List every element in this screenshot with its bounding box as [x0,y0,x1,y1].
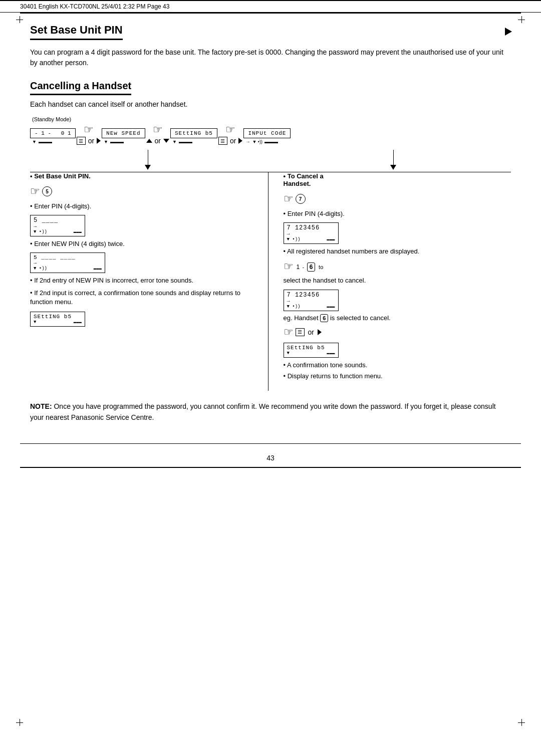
battery-icon-2: ▬▬▬ [110,139,124,144]
battery-icon-4: ▬▬▬ [264,139,278,144]
left-2nd-input-note: • If 2nd input is correct, a confirmatio… [30,289,258,307]
flow-top-row: - 1 - 0 1 ▼ ▬▬▬ ☞ ☰ or [30,123,511,145]
flow-box-1-sub: ▼ ▬▬▬ [30,139,54,145]
flow-step-4: INPUt COdE → ▼ •)) ▬▬▬ [243,128,291,145]
tri-right-2 [238,138,242,144]
display-returns-note: • Display returns to function menu. [284,372,511,381]
lcd-signal-1: ▼ •)) [34,229,47,234]
standby-label: (Standby Mode) [32,116,511,122]
lcd-battery-r3: ▬▬▬ [327,351,335,356]
crosshair-bl [16,719,23,726]
battery-icon-3: ▬▬▬ [179,139,192,144]
hand-key-7-row: ☞ 7 [284,192,511,205]
lcd-left-2-text: 5 ____ ____ [34,255,76,261]
lcd-right-3-line1: SEttING b5 [287,345,335,351]
left-down-arrow [145,150,151,170]
arrow-icon-4: → [245,139,250,144]
lcd-signal-3: ▼ [34,320,36,325]
set-base-unit-pin-title: Set Base Unit PIN [30,24,123,40]
flow-step-2: NEw SPEEd ▼ ▬▬▬ [102,128,145,145]
lcd-arrow-r1: → [287,231,290,237]
flow-or-block-2: or [146,137,169,145]
lcd-signal-r1: ▼ •)) [287,237,301,242]
left-col-title: • Set Base Unit PIN. [30,172,258,180]
bottom-divider [20,443,521,444]
lcd-left-1-line1: 5 ____ [34,217,82,224]
flow-box-2-sub: ▼ ▬▬▬ [102,139,126,145]
eg-handset-text: eg. Handset 6 is selected to cancel. [284,314,511,322]
menu-or-icon: ☰ [296,328,305,336]
cancelling-handset-desc: Each handset can cancel itself or anothe… [30,100,511,108]
lcd-left-3: SEttING b5 ▼ ▬▬▬ [30,312,85,327]
lcd-right-1-line2: → [287,231,335,237]
right-down-arrow [390,150,396,170]
lcd-left-1-icons: ▼ •)) ▬▬▬ [34,229,82,234]
lcd-left-3-text: SEttING b5 [34,314,72,320]
set-base-unit-pin-section: Set Base Unit PIN You can program a 4 di… [30,24,511,68]
lcd-right-3-line2: ▼ ▬▬▬ [287,351,335,356]
note-bold: NOTE: [30,402,52,410]
lcd-right-1-text: 7 123456 [287,224,320,231]
select-handset-text: select the handset to cancel. [284,276,511,285]
hand-or-row: ☞ ☰ or [284,326,511,339]
lcd-right-2-line2: → [287,299,335,304]
flow-step-1: - 1 - 0 1 ▼ ▬▬▬ [30,128,76,145]
flow-conn-1-inner: ☞ ☰ or [77,123,101,145]
lcd-signal-2: ▼ •)) [34,266,47,271]
lcd-right-3: SEttING b5 ▼ ▬▬▬ [284,343,339,358]
lcd-signal-r3: ▼ [287,351,290,356]
header-bar: 30401 English KX-TCD700NL 25/4/01 2:32 P… [0,0,541,13]
flow-or-block-1: ☰ or [77,137,101,145]
or-text-2: or [155,137,161,145]
hand-icon-2: ☞ [153,123,163,136]
key-5-badge: 5 [42,186,52,196]
two-col-area: • Set Base Unit PIN. ☞ 5 Enter PIN (4-di… [30,172,511,391]
left-enter-pin-bullet: Enter PIN (4-digits). [30,202,258,211]
signal-icon-1: ▼ [32,139,37,144]
lcd-right-1-line1: 7 123456 [287,224,335,231]
crosshair-tr [518,16,525,23]
lcd-right-2-line1: 7 123456 [287,292,335,299]
lcd-right-1: 7 123456 → ▼ •)) ▬▬▬ [284,222,339,244]
handset-6-badge: 6 [320,314,328,322]
lcd-battery-2: ▬▬▬ [94,266,102,271]
flow-step-3: SEttING b5 ▼ ▬▬▬ [170,128,217,145]
bottom-thick-divider [20,467,521,468]
range-text: 1 - 6 to [297,263,324,271]
signal-icon-2: ▼ [104,139,108,144]
right-down-line [393,150,394,165]
right-column: • To Cancel aHandset. ☞ 7 Enter PIN (4-d… [268,172,511,391]
hand-icon-or: ☞ [284,326,294,339]
hand-icon-key7: ☞ [284,192,294,205]
hand-icon-key5: ☞ [30,185,40,198]
tri-up-1 [146,139,152,143]
flow-conn-1: ☞ ☰ or [76,123,102,145]
right-enter-pin-bullet: Enter PIN (4-digits). [284,209,511,218]
menu-icon-1: ☰ [77,137,86,145]
lcd-left-2-line2: → [34,261,102,266]
lcd-left-2-line1: 5 ____ ____ [34,255,102,261]
cancelling-handset-title: Cancelling a Handset [30,80,131,95]
flow-conn-3: ☞ ☰ or [217,123,243,145]
flow-box-4: INPUt COdE [243,128,291,138]
right-all-registered-note: • All registered handset numbers are dis… [284,247,511,256]
confirm-tone-note: • A confirmation tone sounds. [284,361,511,370]
lcd-arrow-2: → [34,261,37,266]
set-base-unit-pin-desc: You can program a 4 digit password for t… [30,47,511,68]
menu-icon-2: ☰ [218,137,227,145]
lcd-left-3-line1: SEttING b5 [34,314,82,320]
flow-box-2: NEw SPEEd [102,128,145,138]
lcd-left-3-line2: ▼ ▬▬▬ [34,320,82,325]
flow-conn-3-inner: ☞ ☰ or [218,123,242,145]
arrow-right-icon [505,28,512,36]
hand-icon-3: ☞ [225,123,235,136]
right-col-title: • To Cancel aHandset. [284,172,511,187]
lcd-right-2-icons: ▼ •)) ▬▬▬ [287,304,335,309]
flow-or-block-3: ☰ or [218,137,242,145]
page: 30401 English KX-TCD700NL 25/4/01 2:32 P… [0,0,541,756]
or-text-3: or [230,137,236,145]
arrow-indicator [505,28,512,37]
flow-box-3-sub: ▼ ▬▬▬ [170,139,194,145]
cancelling-handset-section: Cancelling a Handset Each handset can ca… [30,80,511,423]
flow-box-1: - 1 - 0 1 [30,128,76,138]
